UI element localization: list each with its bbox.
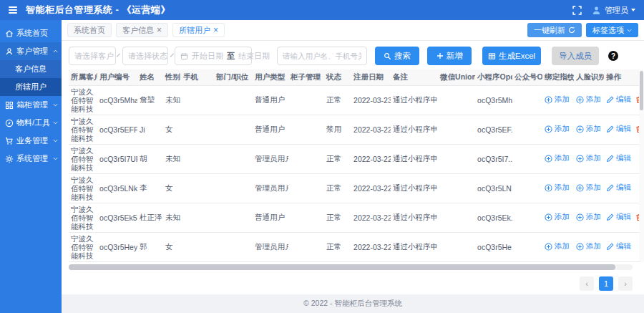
tab-customer-info[interactable]: 客户信息 × [116,23,168,37]
sidebar-item-cabinets[interactable]: 箱柜管理 [0,96,62,114]
cell-dept [214,115,253,144]
sidebar: 系统首页 客户管理 客户信息 所辖用户 箱柜管理 物料/工具 [0,20,62,313]
customer-select[interactable]: 请选择客户 [69,47,116,65]
search-icon [384,52,391,60]
tab-label: 所辖用户 [179,25,210,36]
content-card: 请选择客户 请选择状态 开始日期 至 结束日期 [62,41,644,294]
next-page-button[interactable]: › [618,276,633,291]
add-fingerprint-link[interactable]: 添加 [545,241,570,251]
sidebar-item-label: 系统首页 [16,28,58,39]
menu-toggle-icon[interactable] [9,6,17,14]
tab-home[interactable]: 系统首页 [67,23,112,37]
horizontal-scrollbar-thumb[interactable] [69,264,615,270]
sidebar-subitem-label: 客户信息 [15,64,47,74]
tag-options-button[interactable]: 标签选项 [586,23,638,37]
chevron-down-icon [631,9,635,11]
start-date-field[interactable]: 开始日期 [192,51,223,62]
sidebar-item-materials[interactable]: 物料/工具 [0,114,62,132]
sidebar-item-business[interactable]: 业务管理 [0,132,62,150]
cell-status: 正常 [324,144,351,173]
cell-operations: 编辑 [604,115,641,144]
cell-user-no: ocQ3r5Mha8... [97,85,137,115]
user-menu[interactable]: 管理员 [605,5,628,16]
table-row: 宁波久佰特智能科技ocQ3r5I7UP...胡未知管理员用户正常2022-03-… [69,144,641,173]
column-header: 用户编号 [97,69,137,85]
tab-managed-users[interactable]: 所辖用户 × [172,23,225,37]
generate-excel-button[interactable]: 生成Excel [482,47,541,65]
add-fingerprint-link[interactable]: 添加 [545,124,570,134]
cell-remark: 通过小程序申... [391,173,438,203]
cell-dept [214,85,253,115]
edit-icon [606,96,614,104]
add-fingerprint-link[interactable]: 添加 [545,212,570,222]
cell-name: 詹堃 [137,85,163,115]
cell-mini-openid: ocQ3r5Ek... [475,203,512,232]
help-icon[interactable]: ? [608,51,618,61]
cell-mp-openid [512,85,542,115]
cell-cabinet [288,144,324,173]
select-placeholder: 请选择状态 [128,51,167,62]
add-fingerprint-link[interactable]: 添加 [545,153,570,163]
edit-link[interactable]: 编辑 [606,241,631,251]
cell-operations: 编辑 [604,85,641,115]
chevron-down-icon [53,157,58,160]
vertical-scrollbar[interactable] [639,69,644,262]
add-face-link[interactable]: 添加 [576,95,601,105]
edit-link[interactable]: 编辑 [606,153,631,163]
status-select[interactable]: 请选择状态 [122,47,168,65]
cell-reg-date: 2022-03-22 [351,173,391,203]
edit-link[interactable]: 编辑 [606,183,631,193]
sidebar-subitem-customer-info[interactable]: 客户信息 [0,60,62,78]
add-face-link-cell: 添加 [574,232,604,261]
cell-wechat-unionid [438,203,475,232]
add-fingerprint-link-cell: 添加 [542,232,574,261]
vertical-scrollbar-thumb[interactable] [640,71,643,110]
page-number-button[interactable]: 1 [599,276,613,291]
edit-link[interactable]: 编辑 [606,95,631,105]
sidebar-item-label: 箱柜管理 [16,100,50,110]
sidebar-item-customers[interactable]: 客户管理 [0,42,62,60]
add-face-link[interactable]: 添加 [576,124,601,134]
prev-page-button[interactable]: ‹ [580,276,594,291]
add-fingerprint-link[interactable]: 添加 [545,95,570,105]
sidebar-item-label: 系统管理 [16,153,50,164]
add-face-link[interactable]: 添加 [576,153,601,163]
edit-link[interactable]: 编辑 [606,124,631,134]
excel-label: 生成Excel [499,51,535,62]
add-face-link[interactable]: 添加 [576,212,601,222]
horizontal-scrollbar[interactable] [69,264,633,270]
search-button[interactable]: 搜索 [375,47,419,65]
cell-user-no: ocQ3r5I7UP... [97,144,137,173]
cell-customer: 宁波久佰特智能科技 [69,232,97,261]
edit-icon [606,243,614,251]
edit-link[interactable]: 编辑 [606,212,631,222]
add-user-button[interactable]: 新增 [427,47,472,65]
refresh-all-button[interactable]: 一键刷新 [527,23,582,37]
close-icon[interactable]: × [157,26,162,34]
edit-icon [606,155,614,163]
add-face-link[interactable]: 添加 [576,241,601,251]
sidebar-subitem-label: 所辖用户 [15,82,47,92]
edit-icon [606,213,614,221]
keyword-input[interactable] [277,47,367,65]
cell-operations: 编辑 [604,144,641,173]
circle-plus-icon [576,243,584,251]
cell-gender: 女 [163,115,181,144]
add-fingerprint-link[interactable]: 添加 [545,183,570,193]
add-face-link-cell: 添加 [574,203,604,232]
sidebar-subitem-managed-users[interactable]: 所辖用户 [0,78,62,96]
date-range-picker[interactable]: 开始日期 至 结束日期 [175,47,252,65]
sidebar-item-system[interactable]: 系统管理 [0,150,62,168]
fullscreen-icon[interactable] [572,6,582,15]
circle-plus-icon [545,184,552,192]
add-face-link[interactable]: 添加 [576,183,601,193]
cell-gender: 女 [163,232,181,261]
close-icon[interactable]: × [213,26,218,34]
column-header: 公众号Openid [512,69,542,85]
import-members-button[interactable]: 导入成员 [552,47,599,65]
sidebar-item-home[interactable]: 系统首页 [0,24,62,42]
cell-remark: 通过小程序申... [391,85,438,115]
add-fingerprint-link-cell: 添加 [542,203,574,232]
pagination: ‹ 1 › [62,270,644,291]
end-date-field[interactable]: 结束日期 [238,51,270,62]
